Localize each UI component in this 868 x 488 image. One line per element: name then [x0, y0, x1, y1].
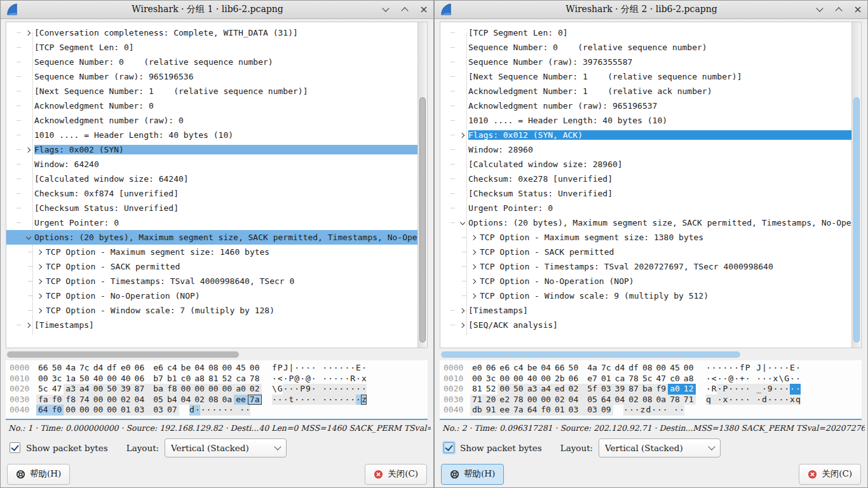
hex-ascii[interactable]: d·········: [189, 405, 251, 416]
hex-row[interactable]: 002081520050a3a4ed025f033987baf9a012·R·P…: [444, 384, 862, 395]
tree-expander-icon[interactable]: [34, 265, 46, 269]
tree-row[interactable]: TCP Option - Timestamps: TSval 202072769…: [440, 259, 852, 274]
tree-expander-icon[interactable]: [34, 280, 46, 283]
tree-row[interactable]: Acknowledgment Number: 0: [6, 98, 418, 113]
tree-expander-icon[interactable]: [23, 148, 34, 152]
tree-row[interactable]: Urgent Pointer: 0: [440, 201, 852, 215]
tree-row[interactable]: [Next Sequence Number: 1 (relative seque…: [6, 84, 418, 98]
tree-vertical-scrollbar[interactable]: [417, 22, 427, 348]
tree-row[interactable]: Acknowledgment number (raw): 965196537: [440, 98, 852, 113]
tree-row[interactable]: Flags: 0x002 (SYN): [6, 142, 418, 157]
hex-row[interactable]: 0010003c1a5040004006b7b1c0a88152ca78·<·P…: [10, 374, 428, 384]
tree-row[interactable]: Sequence Number (raw): 3976355587: [440, 55, 852, 69]
close-button[interactable]: 关闭(C): [365, 464, 427, 485]
hex-ascii[interactable]: ···t···········z: [272, 395, 367, 405]
tree-row[interactable]: 1010 .... = Header Length: 40 bytes (10): [6, 128, 418, 142]
tree-row[interactable]: [Calculated window size: 28960]: [440, 157, 852, 172]
tree-expander-icon[interactable]: [457, 323, 468, 327]
tree-expander-icon[interactable]: [34, 250, 46, 254]
tree-expander-icon[interactable]: [468, 250, 480, 254]
tree-row[interactable]: TCP Option - Window scale: 7 (multiply b…: [6, 303, 418, 318]
scrollbar-thumb[interactable]: [441, 351, 740, 358]
hex-row[interactable]: 0040db91ee7a64f001030309···zd·····: [444, 405, 862, 416]
hex-bytes[interactable]: 81520050a3a4ed025f033987baf9a012: [470, 384, 696, 395]
tree-expander-icon[interactable]: [23, 323, 34, 327]
hex-ascii[interactable]: ······fPJ|····E·: [706, 363, 801, 374]
tree-row[interactable]: [Checksum Status: Unverified]: [6, 201, 418, 215]
hex-row[interactable]: 00307120e2780000020405640402080a7871q ·x…: [444, 395, 862, 405]
tree-row[interactable]: Options: (20 bytes), Maximum segment siz…: [440, 215, 852, 230]
tree-row[interactable]: TCP Option - SACK permitted: [6, 259, 418, 274]
tree-expander-icon[interactable]: [457, 309, 468, 313]
tree-row[interactable]: TCP Option - No-Operation (NOP): [440, 274, 852, 288]
tree-horizontal-scrollbar[interactable]: [6, 351, 428, 358]
hex-row[interactable]: 00205c47a3a400503987baf800000000a002\G··…: [10, 384, 428, 395]
hex-bytes[interactable]: 7120e2780000020405640402080a7871: [470, 395, 696, 405]
titlebar[interactable]: Wireshark · 分组 1 · lib6-2.pcapng ×: [1, 1, 433, 19]
tree-row[interactable]: [Timestamps]: [440, 303, 852, 318]
hex-bytes[interactable]: 5c47a3a400503987baf800000000a002: [36, 384, 262, 395]
hex-bytes[interactable]: db91ee7a64f001030309: [470, 405, 613, 416]
tree-row[interactable]: [Checksum Status: Unverified]: [440, 186, 852, 201]
tree-expander-icon[interactable]: [34, 294, 46, 298]
minimize-icon[interactable]: [815, 5, 824, 14]
tree-row[interactable]: 1010 .... = Header Length: 40 bytes (10): [440, 113, 852, 128]
tree-expander-icon[interactable]: [23, 31, 34, 35]
help-button[interactable]: 帮助(H): [441, 464, 504, 485]
scrollbar-thumb[interactable]: [419, 97, 426, 342]
tree-expander-icon[interactable]: [468, 236, 480, 240]
hex-ascii[interactable]: ·R·P····_·9·····: [706, 384, 801, 395]
scrollbar-thumb[interactable]: [7, 351, 239, 358]
maximize-icon[interactable]: [834, 5, 843, 14]
titlebar[interactable]: Wireshark · 分组 2 · lib6-2.pcapng ×: [435, 1, 867, 19]
hex-bytes[interactable]: faf0f8740000020405b40402080aee7a: [36, 395, 262, 405]
hex-row[interactable]: 004064f00000000001030307d·········: [10, 405, 428, 416]
hex-row[interactable]: 0000e006e6c4be0466504a7cd4df08004500····…: [444, 363, 862, 374]
tree-row[interactable]: TCP Option - SACK permitted: [440, 245, 852, 259]
hex-ascii[interactable]: \G···P9·········: [272, 384, 367, 395]
tree-row[interactable]: Sequence Number: 0 (relative sequence nu…: [440, 40, 852, 55]
tree-row[interactable]: [SEQ/ACK analysis]: [440, 318, 852, 332]
tree-row[interactable]: TCP Option - Window scale: 9 (multiply b…: [440, 288, 852, 303]
hex-bytes[interactable]: 003c000040002b06e701ca785c47c0a8: [470, 374, 696, 384]
tree-expander-icon[interactable]: [468, 265, 480, 269]
close-icon[interactable]: ×: [419, 5, 428, 14]
tree-row[interactable]: Urgent Pointer: 0: [6, 215, 418, 230]
tree-expander-icon[interactable]: [23, 236, 34, 239]
tree-row[interactable]: Checksum: 0xf874 [unverified]: [6, 186, 418, 201]
tree-row[interactable]: [Timestamps]: [6, 318, 418, 332]
tree-row[interactable]: [TCP Segment Len: 0]: [6, 40, 418, 55]
hex-ascii[interactable]: ·<··@·+····x\G··: [706, 374, 801, 384]
hex-row[interactable]: 0030faf0f8740000020405b40402080aee7a···t…: [10, 395, 428, 405]
hex-row[interactable]: 000066504a7cd4dfe006e6c4be0408004500fPJ|…: [10, 363, 428, 374]
scrollbar-thumb[interactable]: [853, 97, 860, 342]
hex-bytes[interactable]: e006e6c4be0466504a7cd4df08004500: [470, 363, 696, 374]
tree-row[interactable]: Options: (20 bytes), Maximum segment siz…: [6, 230, 418, 245]
tree-expander-icon[interactable]: [34, 309, 46, 313]
tree-row[interactable]: Flags: 0x012 (SYN, ACK): [440, 128, 852, 142]
tree-row[interactable]: [Conversation completeness: Complete, WI…: [6, 25, 418, 40]
close-icon[interactable]: ×: [853, 5, 862, 14]
tree-row[interactable]: Checksum: 0xe278 [unverified]: [440, 172, 852, 186]
show-packet-bytes-checkbox[interactable]: [444, 442, 454, 453]
tree-expander-icon[interactable]: [457, 222, 468, 224]
layout-dropdown[interactable]: Vertical (Stacked): [599, 438, 721, 458]
tree-row[interactable]: Sequence Number (raw): 965196536: [6, 69, 418, 84]
tree-row[interactable]: [Next Sequence Number: 1 (relative seque…: [440, 69, 852, 84]
hex-row[interactable]: 0010003c000040002b06e701ca785c47c0a8·<··…: [444, 374, 862, 384]
tree-expander-icon[interactable]: [468, 280, 480, 283]
hex-ascii[interactable]: q ·x·····d····xq: [706, 395, 801, 405]
hex-bytes[interactable]: 66504a7cd4dfe006e6c4be0408004500: [36, 363, 262, 374]
maximize-icon[interactable]: [400, 5, 409, 14]
tree-row[interactable]: TCP Option - Timestamps: TSval 400099864…: [6, 274, 418, 288]
tree-row[interactable]: TCP Option - Maximum segment size: 1380 …: [440, 230, 852, 245]
tree-row[interactable]: [Calculated window size: 64240]: [6, 172, 418, 186]
tree-row[interactable]: Acknowledgment Number: 1 (relative ack n…: [440, 84, 852, 98]
tree-row[interactable]: Window: 28960: [440, 142, 852, 157]
help-button[interactable]: 帮助(H): [7, 464, 70, 485]
hex-bytes[interactable]: 003c1a5040004006b7b1c0a88152ca78: [36, 374, 262, 384]
layout-dropdown[interactable]: Vertical (Stacked): [165, 438, 287, 458]
tree-expander-icon[interactable]: [457, 133, 468, 137]
show-packet-bytes-checkbox[interactable]: [10, 442, 20, 453]
hex-bytes[interactable]: 64f00000000001030307: [36, 405, 179, 416]
